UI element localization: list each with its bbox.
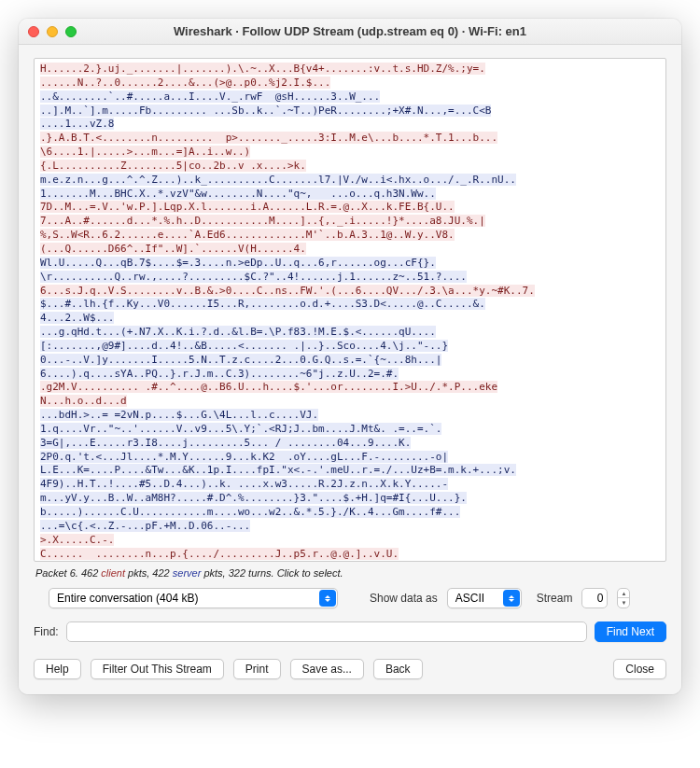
window: Wireshark · Follow UDP Stream (udp.strea… [19,19,681,694]
titlebar: Wireshark · Follow UDP Stream (udp.strea… [19,19,681,45]
close-icon[interactable] [28,26,39,37]
conversation-select[interactable]: Entire conversation (404 kB) [49,588,338,608]
show-data-label: Show data as [370,592,438,605]
stream-text-view[interactable]: H......2.}.uj._.......|.......).\.~..X..… [34,58,666,562]
conversation-select-wrap[interactable]: Entire conversation (404 kB) [49,588,338,608]
data-format-select-wrap[interactable]: ASCII [447,588,522,608]
client-segment[interactable]: .g2M.V.......... .#..^....@..B6.U...h...… [40,381,497,407]
filter-out-button[interactable]: Filter Out This Stream [91,659,224,679]
stream-stepper[interactable]: ▲ ▼ [617,588,630,608]
server-segment[interactable]: Wl.U.....Q...qB.7$....$=.3....n.>eDp..U.… [40,257,467,283]
minimize-icon[interactable] [47,26,58,37]
stepper-up-icon[interactable]: ▲ [618,589,629,598]
server-segment[interactable]: ..&........`..#.....a...I....V._.rwF @sH… [40,91,491,131]
traffic-lights [28,26,77,37]
content-area: H......2.}.uj._.......|.......).\.~..X..… [19,45,681,694]
client-segment[interactable]: >.X.....C.-. C...... ........n...p.{....… [40,534,399,560]
client-segment[interactable]: .}.A.B.T.<........n......... p>......._.… [40,132,497,172]
server-segment[interactable]: $...#..lh.{f..Ky...V0......I5...R,......… [40,298,485,379]
controls-row: Entire conversation (404 kB) Show data a… [34,588,666,608]
stream-number-input[interactable] [581,588,608,608]
button-row: Help Filter Out This Stream Print Save a… [34,659,666,679]
close-button[interactable]: Close [613,659,666,679]
client-segment[interactable]: 6...s.J.q..V.S........v..B.&.>0....C..ns… [40,285,535,297]
server-segment[interactable]: ...bdH.>..= =2vN.p....$...G.\4L...l..c..… [40,409,516,532]
print-button[interactable]: Print [233,659,281,679]
server-word: server [173,567,202,579]
client-segment[interactable]: 7D..M...=.V..'w.P.].Lqp.X.l.......i.A...… [40,201,485,255]
status-mid1: pkts, 422 [125,567,173,579]
find-next-button[interactable]: Find Next [595,621,666,642]
back-button[interactable]: Back [373,659,423,679]
status-suffix: pkts, 322 turns. Click to select. [201,567,343,579]
client-segment[interactable]: H......2.}.uj._.......|.......).\.~..X..… [40,63,485,89]
client-word: client [101,567,125,579]
find-input[interactable] [66,621,587,642]
find-row: Find: Find Next [34,621,666,642]
stream-label: Stream [537,592,573,605]
save-as-button[interactable]: Save as... [290,659,364,679]
window-title: Wireshark · Follow UDP Stream (udp.strea… [19,24,681,38]
find-label: Find: [34,625,59,638]
status-line: Packet 6. 462 client pkts, 422 server pk… [35,567,665,579]
help-button[interactable]: Help [34,659,81,679]
zoom-icon[interactable] [65,26,77,37]
data-format-select[interactable]: ASCII [447,588,522,608]
status-prefix: Packet 6. 462 [35,567,101,579]
stepper-down-icon[interactable]: ▼ [618,598,629,607]
server-segment[interactable]: m.e.z.n...g...^.^.Z...)..k_..........C..… [40,174,516,200]
